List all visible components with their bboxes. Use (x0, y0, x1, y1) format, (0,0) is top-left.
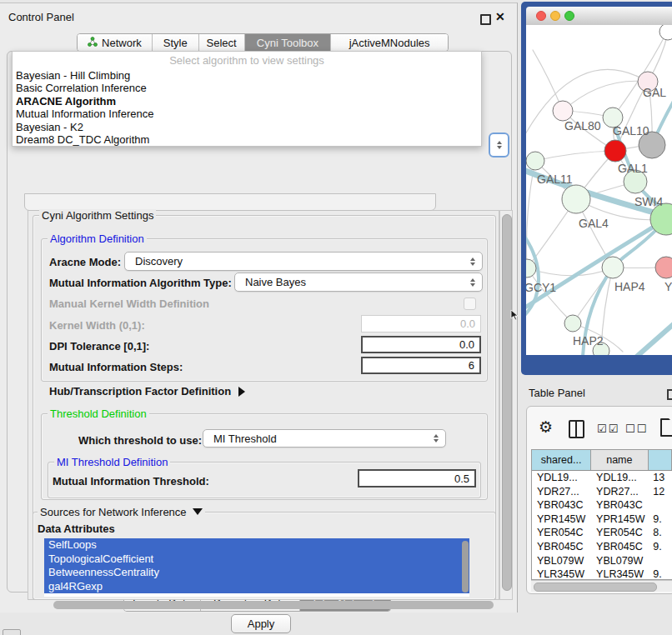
network-node[interactable] (602, 257, 624, 278)
table-row[interactable]: YPR145WYPR145W9. (532, 512, 672, 527)
table-row[interactable]: YDL19...YDL19...13 (532, 471, 672, 485)
table-cell[interactable]: YBR045C (532, 540, 591, 554)
hub-definition-toggle[interactable]: Hub/Transcription Factor Definition (49, 385, 245, 398)
table-cell[interactable]: 9. (648, 540, 672, 554)
attributes-scrollbar-thumb[interactable] (462, 541, 469, 592)
vertical-scrollbar[interactable] (499, 210, 513, 600)
network-node[interactable] (526, 259, 536, 278)
dpi-tolerance-label: DPI Tolerance [0,1]: (49, 340, 149, 352)
aracne-mode-select[interactable]: Discovery (124, 252, 483, 271)
table-cell[interactable]: YDR27... (532, 485, 591, 499)
table-cell[interactable]: 8. (648, 526, 672, 540)
network-node-label: Y (664, 280, 672, 293)
network-node[interactable] (655, 257, 672, 278)
table-row[interactable]: YER054CYER054C8. (532, 526, 672, 540)
table-cell[interactable]: 9. (648, 512, 672, 527)
data-attributes-list: SelfLoopsTopologicalCoefficientBetweenne… (44, 538, 469, 597)
algorithm-option[interactable]: Mutual Information Inference (13, 108, 481, 120)
tab-cyni-toolbox[interactable]: Cyni Toolbox (245, 34, 332, 51)
network-node-label: GAL1 (618, 162, 648, 175)
algorithm-option[interactable]: Bayesian - Hill Climbing (13, 69, 481, 82)
table-column-header[interactable]: name (591, 450, 648, 470)
table-row[interactable]: YLR345WYLR345W9. (532, 568, 672, 580)
sources-group-toggle[interactable]: Sources for Network Inference (38, 506, 205, 518)
attribute-item[interactable]: gal4RGexp (44, 580, 469, 594)
table-row[interactable]: YBR043CYBR043C (532, 498, 672, 512)
network-node-label: GAL4 (579, 217, 609, 230)
table-cell[interactable]: 9. (648, 568, 672, 580)
zoom-traffic-light-icon[interactable] (564, 11, 574, 21)
table-cell[interactable]: YBL079W (591, 554, 648, 568)
table-cell[interactable]: YBR043C (591, 498, 648, 512)
attribute-item[interactable]: TopologicalCoefficient (44, 552, 469, 567)
combo-arrows-icon (470, 258, 475, 266)
algorithm-option[interactable]: Basic Correlation Inference (13, 82, 481, 94)
algorithm-option[interactable]: ARACNE Algorithm (13, 95, 481, 108)
columns-icon[interactable] (569, 420, 584, 438)
table-column-header[interactable]: shared... (532, 450, 591, 470)
table-column-header[interactable] (649, 450, 672, 470)
table-cell[interactable]: YER054C (591, 526, 648, 540)
table-horizontal-scrollbar[interactable] (531, 580, 672, 592)
table-cell[interactable]: YLR345W (591, 568, 648, 580)
manual-kernel-checkbox[interactable] (464, 298, 476, 310)
horizontal-scrollbar-thumb[interactable] (53, 601, 494, 609)
table-cell[interactable]: YBR045C (591, 540, 648, 554)
close-traffic-light-icon[interactable] (536, 11, 546, 21)
network-node[interactable] (564, 315, 581, 332)
tab-style[interactable]: Style (153, 34, 199, 51)
network-edge-highlight (633, 322, 672, 355)
table-panel-float-icon[interactable] (667, 389, 672, 400)
table-cell[interactable]: YBR043C (532, 498, 591, 512)
mi-type-select[interactable]: Naive Bayes (234, 272, 483, 292)
mi-threshold-label: Mutual Information Threshold: (53, 475, 209, 488)
minimized-panel-button[interactable] (3, 629, 21, 635)
network-window-titlebar[interactable] (526, 7, 672, 26)
float-icon[interactable] (480, 14, 491, 25)
table-cell[interactable]: YDL19... (532, 471, 591, 485)
attribute-item[interactable]: BetweennessCentrality (44, 566, 469, 580)
deselect-all-icon[interactable]: ☐☐ (625, 422, 648, 435)
network-node[interactable] (562, 185, 590, 213)
table-cell[interactable]: YBL079W (532, 554, 591, 568)
select-all-icon[interactable]: ☑☑ (597, 422, 619, 435)
table-cell[interactable]: YER054C (532, 526, 591, 540)
apply-button[interactable]: Apply (231, 614, 291, 633)
tab-network[interactable]: Network (78, 34, 153, 51)
tab-jactivemnodules[interactable]: jActiveMNodules (331, 34, 448, 51)
table-cell[interactable]: YLR345W (532, 568, 591, 580)
table-row[interactable]: YBL079WYBL079W (532, 554, 672, 568)
mi-steps-field[interactable]: 6 (361, 357, 481, 374)
control-panel: Control Panel ✕ NetworkStyleSelectCyni T… (0, 2, 518, 612)
table-cell[interactable]: YPR145W (532, 512, 591, 527)
table-cell[interactable]: YDL19... (591, 471, 648, 485)
focused-combobox-fragment[interactable] (489, 132, 509, 158)
gear-icon[interactable]: ⚙ (539, 418, 553, 437)
network-node[interactable] (659, 25, 672, 40)
dpi-tolerance-field[interactable]: 0.0 (361, 336, 481, 353)
table-cell[interactable]: YDR27... (591, 485, 648, 499)
close-icon[interactable]: ✕ (495, 10, 505, 23)
network-node[interactable] (553, 101, 573, 121)
mi-threshold-field[interactable]: 0.5 (358, 469, 476, 488)
table-cell[interactable] (648, 554, 672, 568)
network-node[interactable] (604, 140, 626, 162)
table-cell[interactable]: 13 (648, 471, 672, 485)
table-cell[interactable] (648, 498, 672, 512)
minimize-traffic-light-icon[interactable] (550, 11, 560, 21)
table-scrollbar-thumb[interactable] (534, 582, 657, 592)
which-threshold-select[interactable]: MI Threshold (203, 429, 446, 448)
network-node[interactable] (526, 152, 544, 170)
algorithm-option[interactable]: Dream8 DC_TDC Algorithm (13, 133, 481, 146)
table-row[interactable]: YDR27...YDR27...12 (532, 485, 672, 499)
kernel-width-field[interactable]: 0.0 (361, 315, 481, 332)
file-icon[interactable] (660, 418, 672, 437)
table-cell[interactable]: 12 (648, 485, 672, 499)
table-row[interactable]: YBR045CYBR045C9. (532, 540, 672, 554)
vertical-scrollbar-thumb[interactable] (502, 214, 512, 591)
table-cell[interactable]: YPR145W (591, 512, 648, 527)
tab-select[interactable]: Select (199, 34, 245, 51)
network-canvas[interactable]: GALGAL80GAL10GAL1GAL11SWI4GAL4GCY1HAP4YH… (526, 25, 672, 355)
attribute-item[interactable]: SelfLoops (44, 538, 469, 552)
algorithm-option[interactable]: Bayesian - K2 (13, 121, 481, 133)
